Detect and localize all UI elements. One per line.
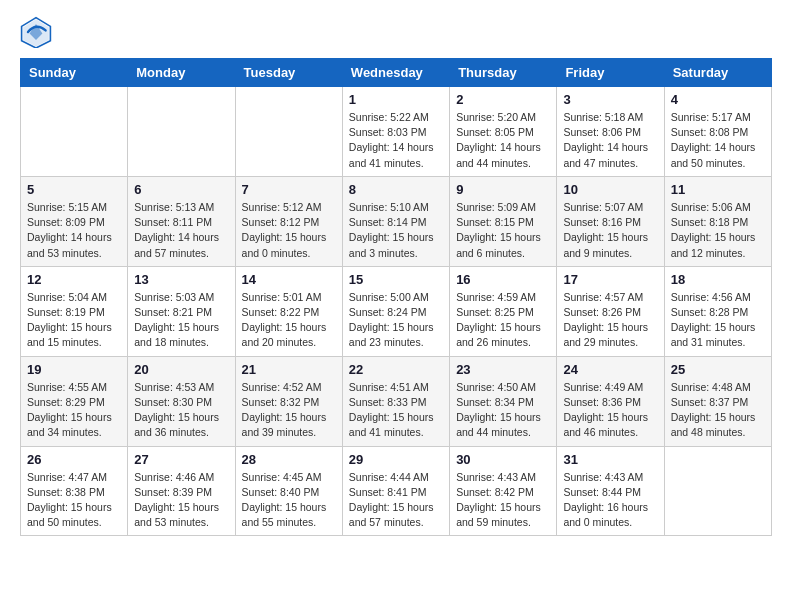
calendar-day-18: 18Sunrise: 4:56 AM Sunset: 8:28 PM Dayli… (664, 266, 771, 356)
day-number: 17 (563, 272, 657, 287)
day-number: 23 (456, 362, 550, 377)
calendar-day-12: 12Sunrise: 5:04 AM Sunset: 8:19 PM Dayli… (21, 266, 128, 356)
day-number: 28 (242, 452, 336, 467)
calendar-day-28: 28Sunrise: 4:45 AM Sunset: 8:40 PM Dayli… (235, 446, 342, 536)
day-info: Sunrise: 4:47 AM Sunset: 8:38 PM Dayligh… (27, 470, 121, 531)
calendar-day-21: 21Sunrise: 4:52 AM Sunset: 8:32 PM Dayli… (235, 356, 342, 446)
calendar-day-4: 4Sunrise: 5:17 AM Sunset: 8:08 PM Daylig… (664, 87, 771, 177)
day-info: Sunrise: 5:17 AM Sunset: 8:08 PM Dayligh… (671, 110, 765, 171)
weekday-header-sunday: Sunday (21, 59, 128, 87)
calendar-day-30: 30Sunrise: 4:43 AM Sunset: 8:42 PM Dayli… (450, 446, 557, 536)
day-number: 6 (134, 182, 228, 197)
day-info: Sunrise: 4:43 AM Sunset: 8:44 PM Dayligh… (563, 470, 657, 531)
day-info: Sunrise: 5:03 AM Sunset: 8:21 PM Dayligh… (134, 290, 228, 351)
weekday-header-monday: Monday (128, 59, 235, 87)
calendar-day-25: 25Sunrise: 4:48 AM Sunset: 8:37 PM Dayli… (664, 356, 771, 446)
day-info: Sunrise: 5:18 AM Sunset: 8:06 PM Dayligh… (563, 110, 657, 171)
day-info: Sunrise: 4:46 AM Sunset: 8:39 PM Dayligh… (134, 470, 228, 531)
day-info: Sunrise: 5:10 AM Sunset: 8:14 PM Dayligh… (349, 200, 443, 261)
day-number: 4 (671, 92, 765, 107)
day-number: 18 (671, 272, 765, 287)
day-info: Sunrise: 4:45 AM Sunset: 8:40 PM Dayligh… (242, 470, 336, 531)
calendar-week-row: 12Sunrise: 5:04 AM Sunset: 8:19 PM Dayli… (21, 266, 772, 356)
day-number: 16 (456, 272, 550, 287)
day-number: 9 (456, 182, 550, 197)
day-info: Sunrise: 5:01 AM Sunset: 8:22 PM Dayligh… (242, 290, 336, 351)
weekday-header-tuesday: Tuesday (235, 59, 342, 87)
day-info: Sunrise: 5:04 AM Sunset: 8:19 PM Dayligh… (27, 290, 121, 351)
day-number: 5 (27, 182, 121, 197)
calendar-day-5: 5Sunrise: 5:15 AM Sunset: 8:09 PM Daylig… (21, 176, 128, 266)
calendar-day-1: 1Sunrise: 5:22 AM Sunset: 8:03 PM Daylig… (342, 87, 449, 177)
logo (20, 16, 58, 48)
calendar-day-11: 11Sunrise: 5:06 AM Sunset: 8:18 PM Dayli… (664, 176, 771, 266)
calendar-day-14: 14Sunrise: 5:01 AM Sunset: 8:22 PM Dayli… (235, 266, 342, 356)
calendar-day-24: 24Sunrise: 4:49 AM Sunset: 8:36 PM Dayli… (557, 356, 664, 446)
calendar-day-19: 19Sunrise: 4:55 AM Sunset: 8:29 PM Dayli… (21, 356, 128, 446)
logo-icon (20, 16, 52, 48)
weekday-header-wednesday: Wednesday (342, 59, 449, 87)
calendar-day-9: 9Sunrise: 5:09 AM Sunset: 8:15 PM Daylig… (450, 176, 557, 266)
calendar-day-17: 17Sunrise: 4:57 AM Sunset: 8:26 PM Dayli… (557, 266, 664, 356)
day-info: Sunrise: 5:00 AM Sunset: 8:24 PM Dayligh… (349, 290, 443, 351)
calendar-header-row: SundayMondayTuesdayWednesdayThursdayFrid… (21, 59, 772, 87)
day-info: Sunrise: 4:48 AM Sunset: 8:37 PM Dayligh… (671, 380, 765, 441)
weekday-header-friday: Friday (557, 59, 664, 87)
calendar-day-3: 3Sunrise: 5:18 AM Sunset: 8:06 PM Daylig… (557, 87, 664, 177)
calendar-week-row: 1Sunrise: 5:22 AM Sunset: 8:03 PM Daylig… (21, 87, 772, 177)
calendar-empty-cell (664, 446, 771, 536)
calendar-week-row: 19Sunrise: 4:55 AM Sunset: 8:29 PM Dayli… (21, 356, 772, 446)
header (20, 16, 772, 48)
calendar-day-6: 6Sunrise: 5:13 AM Sunset: 8:11 PM Daylig… (128, 176, 235, 266)
calendar-day-31: 31Sunrise: 4:43 AM Sunset: 8:44 PM Dayli… (557, 446, 664, 536)
day-number: 14 (242, 272, 336, 287)
weekday-header-saturday: Saturday (664, 59, 771, 87)
weekday-header-thursday: Thursday (450, 59, 557, 87)
day-info: Sunrise: 5:13 AM Sunset: 8:11 PM Dayligh… (134, 200, 228, 261)
day-number: 1 (349, 92, 443, 107)
day-info: Sunrise: 4:44 AM Sunset: 8:41 PM Dayligh… (349, 470, 443, 531)
day-number: 25 (671, 362, 765, 377)
calendar-day-20: 20Sunrise: 4:53 AM Sunset: 8:30 PM Dayli… (128, 356, 235, 446)
calendar-day-10: 10Sunrise: 5:07 AM Sunset: 8:16 PM Dayli… (557, 176, 664, 266)
day-number: 21 (242, 362, 336, 377)
calendar-day-29: 29Sunrise: 4:44 AM Sunset: 8:41 PM Dayli… (342, 446, 449, 536)
day-info: Sunrise: 4:55 AM Sunset: 8:29 PM Dayligh… (27, 380, 121, 441)
day-info: Sunrise: 5:15 AM Sunset: 8:09 PM Dayligh… (27, 200, 121, 261)
day-number: 29 (349, 452, 443, 467)
day-number: 3 (563, 92, 657, 107)
day-info: Sunrise: 5:20 AM Sunset: 8:05 PM Dayligh… (456, 110, 550, 171)
day-info: Sunrise: 4:50 AM Sunset: 8:34 PM Dayligh… (456, 380, 550, 441)
day-number: 27 (134, 452, 228, 467)
day-info: Sunrise: 5:07 AM Sunset: 8:16 PM Dayligh… (563, 200, 657, 261)
day-info: Sunrise: 5:06 AM Sunset: 8:18 PM Dayligh… (671, 200, 765, 261)
day-info: Sunrise: 4:57 AM Sunset: 8:26 PM Dayligh… (563, 290, 657, 351)
day-number: 8 (349, 182, 443, 197)
calendar-day-16: 16Sunrise: 4:59 AM Sunset: 8:25 PM Dayli… (450, 266, 557, 356)
calendar-empty-cell (128, 87, 235, 177)
day-info: Sunrise: 5:22 AM Sunset: 8:03 PM Dayligh… (349, 110, 443, 171)
day-number: 11 (671, 182, 765, 197)
day-info: Sunrise: 4:43 AM Sunset: 8:42 PM Dayligh… (456, 470, 550, 531)
day-number: 20 (134, 362, 228, 377)
calendar-empty-cell (235, 87, 342, 177)
calendar-day-26: 26Sunrise: 4:47 AM Sunset: 8:38 PM Dayli… (21, 446, 128, 536)
day-number: 31 (563, 452, 657, 467)
calendar-day-13: 13Sunrise: 5:03 AM Sunset: 8:21 PM Dayli… (128, 266, 235, 356)
calendar-day-2: 2Sunrise: 5:20 AM Sunset: 8:05 PM Daylig… (450, 87, 557, 177)
calendar-day-8: 8Sunrise: 5:10 AM Sunset: 8:14 PM Daylig… (342, 176, 449, 266)
day-info: Sunrise: 4:51 AM Sunset: 8:33 PM Dayligh… (349, 380, 443, 441)
calendar-empty-cell (21, 87, 128, 177)
day-info: Sunrise: 5:09 AM Sunset: 8:15 PM Dayligh… (456, 200, 550, 261)
day-info: Sunrise: 4:56 AM Sunset: 8:28 PM Dayligh… (671, 290, 765, 351)
day-number: 7 (242, 182, 336, 197)
calendar-day-27: 27Sunrise: 4:46 AM Sunset: 8:39 PM Dayli… (128, 446, 235, 536)
day-info: Sunrise: 4:52 AM Sunset: 8:32 PM Dayligh… (242, 380, 336, 441)
page: SundayMondayTuesdayWednesdayThursdayFrid… (0, 0, 792, 552)
day-number: 26 (27, 452, 121, 467)
day-info: Sunrise: 4:59 AM Sunset: 8:25 PM Dayligh… (456, 290, 550, 351)
day-number: 24 (563, 362, 657, 377)
day-info: Sunrise: 4:53 AM Sunset: 8:30 PM Dayligh… (134, 380, 228, 441)
day-number: 22 (349, 362, 443, 377)
day-number: 10 (563, 182, 657, 197)
